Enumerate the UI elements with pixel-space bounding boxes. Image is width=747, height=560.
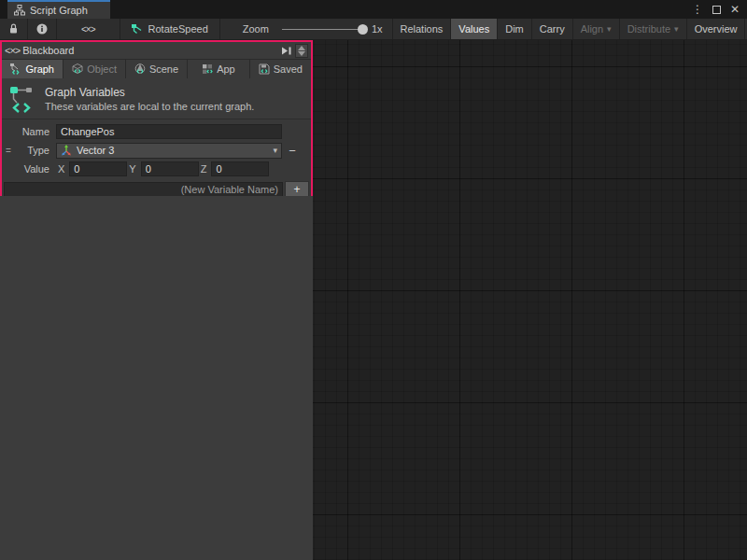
value-y-input[interactable] [141,161,199,176]
new-variable-row: + [4,181,309,197]
type-row: = Type Vector 3 [2,141,311,160]
script-graph-window: Script Graph ⋮ ✕ [0,0,747,560]
dropdown-arrow-icon: ▾ [607,24,612,34]
side-panel-empty-area [0,196,313,560]
zoom-control: Zoom 1x [220,19,393,39]
object-tab-icon [72,63,83,75]
type-dropdown[interactable]: Vector 3 ▾ [56,143,282,159]
blackboard-title: Blackboard [22,45,74,56]
axis-x-label: X [56,163,69,175]
graph-glyph-icon: <×> [5,45,20,56]
blackboard-tabs: Graph Object [2,59,311,78]
panel-spinner-control[interactable] [295,44,308,58]
window-close-icon[interactable]: ✕ [730,3,740,16]
new-variable-name-input[interactable] [4,182,283,197]
overview-button[interactable]: Overview [687,19,746,39]
chevron-down-icon: ▾ [273,146,277,155]
node-tree-icon [132,24,143,35]
blackboard-panel: <×> Blackboard [0,40,313,196]
graph-variables-icon [9,84,34,114]
graph-canvas[interactable] [313,40,747,560]
lock-button[interactable] [0,19,28,39]
zoom-slider-handle[interactable] [358,24,368,35]
variable-name-input[interactable] [56,124,282,139]
value-x-input[interactable] [69,161,127,176]
graph-variables-header: Graph Variables These variables are loca… [2,78,311,119]
type-label: Type [15,145,56,156]
breadcrumb-current-graph[interactable]: RotateSpeed [120,19,220,39]
window-tab-bar: Script Graph ⋮ ✕ [0,0,747,19]
section-description: These variables are local to the current… [45,101,254,112]
left-panel: <×> Blackboard [0,40,313,560]
variable-editor: Name = Type [2,119,311,197]
breadcrumb-label: RotateSpeed [148,23,208,35]
info-button[interactable] [28,19,57,39]
zoom-slider[interactable] [282,29,364,30]
name-row: Name [2,122,311,141]
axis-y-label: Y [127,163,140,175]
relations-button[interactable]: Relations [393,19,452,39]
scene-tab-icon [134,63,146,75]
value-label: Value [2,163,56,175]
type-value: Vector 3 [77,145,114,156]
info-icon [36,23,48,35]
graph-glyph-icon: <×> [81,24,95,35]
graph-tab-icon [10,63,21,75]
zoom-value: 1x [372,23,383,35]
tab-bar-spacer [110,0,692,19]
app-tab-icon [202,63,213,75]
value-row: Value X Y Z [2,160,311,178]
dim-button[interactable]: Dim [498,19,532,39]
carry-button[interactable]: Carry [532,19,573,39]
dock-panel-icon[interactable] [280,46,292,56]
tab-saved[interactable]: Saved [250,60,311,78]
values-button[interactable]: Values [451,19,498,39]
tab-script-graph[interactable]: Script Graph [7,0,110,19]
blackboard-header: <×> Blackboard [2,42,311,59]
window-maximize-icon[interactable] [712,6,721,14]
graph-toolbar: <×> RotateSpeed Zoom 1x Relations Values [0,19,747,40]
lock-icon [8,23,19,35]
zoom-label: Zoom [243,23,269,35]
drag-handle-icon[interactable]: = [2,146,15,156]
add-variable-button[interactable]: + [285,181,309,197]
axis-z-label: Z [199,163,212,175]
saved-tab-icon [259,63,270,75]
distribute-button[interactable]: Distribute ▾ [620,19,687,39]
tab-title: Script Graph [30,5,88,16]
script-graph-icon [14,5,25,16]
dropdown-arrow-icon: ▾ [674,24,679,34]
tab-app[interactable]: App [188,60,248,78]
window-menu-icon[interactable]: ⋮ [692,3,703,16]
graph-root-breadcrumb-button[interactable]: <×> [57,19,120,39]
tab-object[interactable]: Object [63,60,124,78]
arrow-down-icon [298,51,305,56]
value-z-input[interactable] [211,161,269,176]
remove-variable-button[interactable]: − [282,144,303,158]
tab-scene[interactable]: Scene [126,60,187,78]
arrow-up-icon [298,46,305,50]
tab-graph[interactable]: Graph [2,60,63,78]
name-label: Name [2,126,56,137]
section-title: Graph Variables [45,86,254,99]
vector3-icon [61,145,72,156]
align-button[interactable]: Align ▾ [573,19,620,39]
